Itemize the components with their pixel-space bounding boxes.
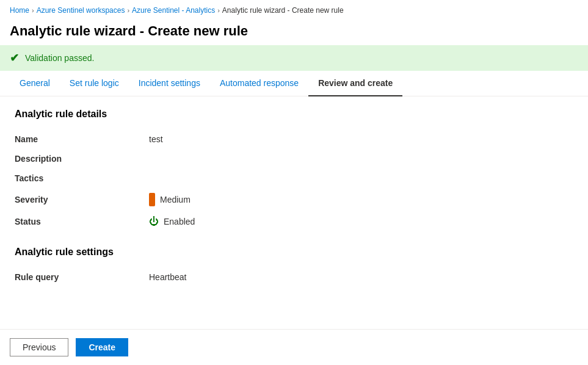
create-button[interactable]: Create: [76, 338, 128, 356]
field-value-tactics: [149, 168, 573, 188]
settings-table: Rule query Heartbeat: [15, 267, 573, 287]
field-value-name: test: [149, 129, 573, 149]
tab-set-rule-logic[interactable]: Set rule logic: [60, 71, 129, 96]
field-label-tactics: Tactics: [15, 168, 149, 188]
table-row: Description: [15, 149, 573, 168]
table-row: Tactics: [15, 168, 573, 188]
breadcrumb-sep-2: ›: [127, 7, 129, 14]
tab-review-and-create[interactable]: Review and create: [308, 71, 402, 96]
table-row: Status ⏻ Enabled: [15, 211, 573, 232]
status-text: Enabled: [164, 217, 195, 226]
breadcrumb-home[interactable]: Home: [10, 6, 29, 15]
tabs-container: General Set rule logic Incident settings…: [0, 71, 588, 96]
page-title: Analytic rule wizard - Create new rule: [0, 18, 588, 45]
field-label-rule-query: Rule query: [15, 267, 149, 287]
breadcrumb-current: Analytic rule wizard - Create new rule: [222, 6, 344, 15]
tab-general[interactable]: General: [10, 71, 60, 96]
severity-color-dot: [149, 193, 155, 206]
section-title-settings: Analytic rule settings: [15, 247, 573, 258]
table-row: Rule query Heartbeat: [15, 267, 573, 287]
validation-message: Validation passed.: [25, 53, 94, 63]
power-icon: ⏻: [149, 216, 159, 227]
footer: Previous Create: [0, 329, 588, 365]
field-label-severity: Severity: [15, 188, 149, 211]
validation-banner: ✔ Validation passed.: [0, 45, 588, 71]
severity-text: Medium: [160, 195, 191, 204]
breadcrumb-analytics[interactable]: Azure Sentinel - Analytics: [132, 6, 215, 15]
previous-button[interactable]: Previous: [10, 338, 68, 356]
tab-incident-settings[interactable]: Incident settings: [129, 71, 210, 96]
field-label-name: Name: [15, 129, 149, 149]
field-value-status: ⏻ Enabled: [149, 211, 573, 232]
check-icon: ✔: [10, 51, 19, 65]
content-area: Analytic rule details Name test Descript…: [0, 96, 588, 314]
breadcrumb-sep-3: ›: [217, 7, 220, 14]
field-label-description: Description: [15, 149, 149, 168]
field-value-rule-query: Heartbeat: [149, 267, 573, 287]
section-title-details: Analytic rule details: [15, 109, 573, 120]
breadcrumb-workspaces[interactable]: Azure Sentinel workspaces: [37, 6, 125, 15]
table-row: Severity Medium: [15, 188, 573, 211]
breadcrumb-sep-1: ›: [32, 7, 34, 14]
field-value-severity: Medium: [149, 188, 573, 211]
tab-automated-response[interactable]: Automated response: [210, 71, 308, 96]
details-table: Name test Description Tactics Severity M…: [15, 129, 573, 232]
field-value-description: [149, 149, 573, 168]
field-label-status: Status: [15, 211, 149, 232]
breadcrumb: Home › Azure Sentinel workspaces › Azure…: [0, 0, 588, 18]
table-row: Name test: [15, 129, 573, 149]
